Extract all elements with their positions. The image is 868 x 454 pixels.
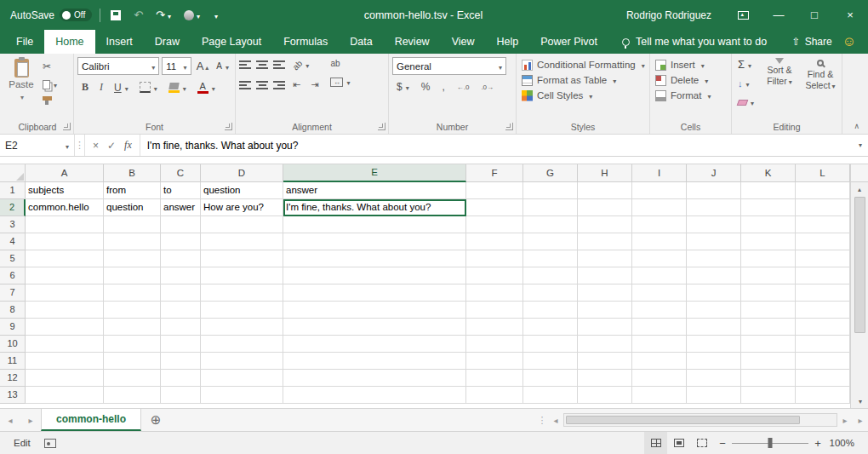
cell-F12[interactable]	[466, 370, 523, 387]
fill-color-button[interactable]	[166, 80, 189, 95]
cell-D10[interactable]	[201, 336, 283, 353]
cell-L9[interactable]	[796, 319, 850, 336]
cell-A13[interactable]	[26, 387, 104, 404]
sheet-nav-left-button[interactable]	[0, 409, 20, 431]
cell-B1[interactable]: from	[104, 182, 161, 199]
cell-K5[interactable]	[741, 250, 796, 267]
cell-B7[interactable]	[104, 284, 161, 302]
cell-H11[interactable]	[578, 353, 632, 370]
cell-H2[interactable]	[578, 199, 632, 216]
column-header-H[interactable]: H	[578, 164, 632, 182]
feedback-smiley-icon[interactable]: ☺	[842, 30, 856, 54]
row-header-1[interactable]: 1	[0, 182, 26, 199]
hscroll-right-button[interactable]	[837, 409, 853, 431]
cell-L5[interactable]	[796, 250, 850, 267]
cell-H8[interactable]	[578, 302, 632, 319]
cell-A10[interactable]	[26, 336, 104, 353]
borders-button[interactable]	[137, 80, 160, 95]
cell-D8[interactable]	[201, 302, 283, 319]
horizontal-scroll-thumb[interactable]	[566, 416, 800, 424]
cell-I12[interactable]	[632, 370, 687, 387]
cell-J9[interactable]	[687, 319, 741, 336]
cell-L10[interactable]	[796, 336, 850, 353]
cell-H10[interactable]	[578, 336, 632, 353]
cell-D12[interactable]	[201, 370, 283, 387]
cell-B5[interactable]	[104, 250, 161, 267]
name-box[interactable]: E2	[0, 135, 75, 156]
cell-K3[interactable]	[741, 216, 796, 233]
cell-J10[interactable]	[687, 336, 741, 353]
cell-J5[interactable]	[687, 250, 741, 267]
row-header-4[interactable]: 4	[0, 233, 26, 250]
cell-K13[interactable]	[741, 387, 796, 404]
customize-quick-access-button[interactable]	[210, 7, 220, 23]
bottom-align-button[interactable]	[273, 60, 285, 70]
tab-home[interactable]: Home	[44, 30, 94, 54]
cell-B4[interactable]	[104, 233, 161, 250]
cell-E12[interactable]	[283, 370, 466, 387]
cell-B12[interactable]	[104, 370, 161, 387]
cell-K6[interactable]	[741, 267, 796, 284]
cell-E13[interactable]	[283, 387, 466, 404]
cell-C9[interactable]	[161, 319, 201, 336]
cell-F2[interactable]	[466, 199, 523, 216]
cell-E6[interactable]	[283, 267, 466, 284]
cell-E5[interactable]	[283, 250, 466, 267]
cell-B9[interactable]	[104, 319, 161, 336]
format-cells-button[interactable]: Format	[654, 88, 728, 103]
row-header-9[interactable]: 9	[0, 319, 26, 336]
formula-bar-expand-icon[interactable]	[851, 135, 868, 156]
share-button[interactable]: ⇧ Share	[792, 30, 832, 54]
increase-decimal-button[interactable]: ←.0	[454, 82, 472, 93]
column-header-B[interactable]: B	[104, 164, 161, 182]
cancel-button[interactable]: ×	[93, 140, 99, 152]
cell-G2[interactable]	[523, 199, 578, 216]
cell-C4[interactable]	[161, 233, 201, 250]
cell-H9[interactable]	[578, 319, 632, 336]
decrease-font-size-button[interactable]: A	[214, 59, 231, 74]
select-all-corner[interactable]	[0, 164, 26, 182]
cell-E11[interactable]	[283, 353, 466, 370]
cell-K1[interactable]	[741, 182, 796, 199]
cell-G13[interactable]	[523, 387, 578, 404]
cell-K11[interactable]	[741, 353, 796, 370]
cell-K2[interactable]	[741, 199, 796, 216]
column-header-C[interactable]: C	[161, 164, 201, 182]
cell-J4[interactable]	[687, 233, 741, 250]
cell-G12[interactable]	[523, 370, 578, 387]
enter-button[interactable]: ✓	[107, 140, 116, 152]
maximize-button[interactable]: □	[797, 0, 832, 30]
zoom-out-button[interactable]: −	[713, 437, 732, 450]
scroll-down-button[interactable]	[851, 394, 868, 408]
column-header-E[interactable]: E	[283, 164, 466, 182]
cell-F7[interactable]	[466, 284, 523, 302]
close-button[interactable]: ×	[832, 0, 868, 30]
autosum-button[interactable]: Σ	[735, 57, 757, 72]
cell-C12[interactable]	[161, 370, 201, 387]
cell-F6[interactable]	[466, 267, 523, 284]
tab-power-pivot[interactable]: Power Pivot	[529, 30, 608, 54]
cell-E10[interactable]	[283, 336, 466, 353]
cell-B3[interactable]	[104, 216, 161, 233]
font-dialog-launcher[interactable]	[225, 123, 232, 130]
row-header-2[interactable]: 2	[0, 199, 26, 216]
column-header-D[interactable]: D	[201, 164, 283, 182]
cell-G8[interactable]	[523, 302, 578, 319]
cell-J1[interactable]	[687, 182, 741, 199]
cell-G1[interactable]	[523, 182, 578, 199]
hscroll-left-button[interactable]	[548, 409, 563, 431]
cell-L13[interactable]	[796, 387, 850, 404]
cell-L1[interactable]	[796, 182, 850, 199]
wrap-text-button[interactable]: ab	[328, 57, 352, 70]
fill-button[interactable]: ↓	[735, 76, 757, 91]
italic-button[interactable]: I	[97, 79, 106, 95]
vertical-scrollbar[interactable]	[850, 164, 868, 408]
cell-F4[interactable]	[466, 233, 523, 250]
cell-C7[interactable]	[161, 284, 201, 302]
sheet-nav-right-button[interactable]	[20, 409, 41, 431]
number-dialog-launcher[interactable]	[505, 123, 513, 130]
cell-C2[interactable]: answer	[161, 199, 201, 216]
cell-D6[interactable]	[201, 267, 283, 284]
cell-J2[interactable]	[687, 199, 741, 216]
column-header-K[interactable]: K	[741, 164, 796, 182]
